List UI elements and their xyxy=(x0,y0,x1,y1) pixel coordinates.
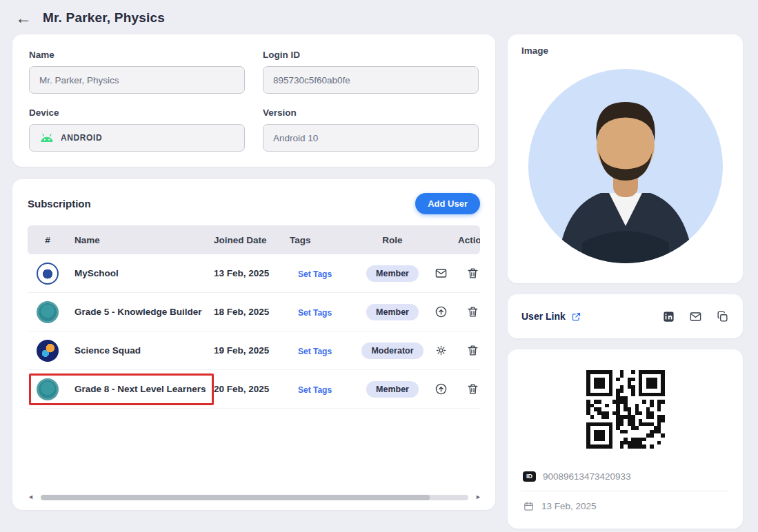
user-id-row: ID 90089613473420933 xyxy=(521,462,729,491)
android-icon xyxy=(39,133,54,143)
subscription-card: Subscription Add User # Name Joined Date… xyxy=(12,179,495,510)
login-id-label: Login ID xyxy=(263,50,479,60)
group-name: Grade 8 - Next Level Learners xyxy=(68,384,214,394)
joined-date: 20 Feb, 2025 xyxy=(214,384,290,394)
joined-date: 19 Feb, 2025 xyxy=(214,345,290,356)
set-tags-link[interactable]: Set Tags xyxy=(290,347,332,356)
device-field: Device ANDROID xyxy=(29,108,245,152)
mail-icon[interactable] xyxy=(435,267,448,280)
table-row[interactable]: Grade 5 - Knowledge Builder 18 Feb, 2025… xyxy=(28,293,480,331)
role-badge: Member xyxy=(366,304,419,320)
linkedin-icon[interactable] xyxy=(662,310,675,323)
joined-date-value: 13 Feb, 2025 xyxy=(541,501,597,511)
set-tags-link[interactable]: Set Tags xyxy=(290,385,332,395)
group-avatar-grade8 xyxy=(37,378,59,400)
email-icon[interactable] xyxy=(689,310,702,323)
column-joined-date: Joined Date xyxy=(214,235,290,245)
id-badge-icon: ID xyxy=(523,471,536,482)
column-role: Role xyxy=(355,235,430,245)
image-card: Image xyxy=(508,34,743,283)
delete-icon[interactable] xyxy=(466,344,480,358)
set-tags-link[interactable]: Set Tags xyxy=(290,308,332,318)
joined-date: 18 Feb, 2025 xyxy=(214,307,290,317)
column-name: Name xyxy=(68,235,214,245)
column-index: # xyxy=(28,235,68,245)
group-avatar-grade5 xyxy=(37,301,59,323)
page-header: ← Mr. Parker, Physics xyxy=(0,0,758,33)
joined-date-row: 13 Feb, 2025 xyxy=(521,491,729,521)
delete-icon[interactable] xyxy=(466,267,480,280)
external-link-icon[interactable] xyxy=(571,311,581,322)
upload-circle-icon[interactable] xyxy=(435,382,448,396)
user-photo xyxy=(522,63,729,269)
scroll-right-icon[interactable]: ► xyxy=(475,494,481,500)
delete-icon[interactable] xyxy=(466,382,480,396)
settings-gear-icon[interactable] xyxy=(435,344,448,358)
version-input[interactable] xyxy=(263,124,479,152)
group-avatar-myschool xyxy=(37,263,59,285)
role-badge: Moderator xyxy=(361,342,423,359)
table-row-highlighted[interactable]: Grade 8 - Next Level Learners 20 Feb, 20… xyxy=(28,370,480,409)
group-name: Grade 5 - Knowledge Builder xyxy=(68,307,214,317)
horizontal-scrollbar: ◄ ► xyxy=(28,494,481,500)
set-tags-link[interactable]: Set Tags xyxy=(290,269,332,279)
user-link-card: User Link xyxy=(508,294,743,338)
scrollbar-thumb[interactable] xyxy=(41,495,430,500)
device-label: Device xyxy=(29,108,245,118)
user-link-label: User Link xyxy=(521,311,566,322)
calendar-icon xyxy=(523,500,535,512)
upload-circle-icon[interactable] xyxy=(435,305,448,319)
table-row[interactable]: Science Squad 19 Feb, 2025 Set Tags Mode… xyxy=(28,331,480,370)
name-label: Name xyxy=(29,50,245,60)
add-user-button[interactable]: Add User xyxy=(415,193,480,214)
group-avatar-science-squad xyxy=(37,340,59,362)
scrollbar-track[interactable] xyxy=(41,495,468,500)
qr-code xyxy=(581,365,670,454)
version-field: Version xyxy=(263,108,479,152)
column-actions: Actions xyxy=(430,235,480,245)
name-field: Name xyxy=(29,50,245,94)
table-row[interactable]: MySchool 13 Feb, 2025 Set Tags Member xyxy=(28,254,480,293)
group-name: MySchool xyxy=(68,268,214,278)
column-tags: Tags xyxy=(290,235,355,245)
subscription-title: Subscription xyxy=(28,198,91,209)
version-label: Version xyxy=(263,108,479,118)
scroll-left-icon[interactable]: ◄ xyxy=(28,494,34,500)
user-id-value: 90089613473420933 xyxy=(543,471,631,482)
login-id-field: Login ID xyxy=(263,50,479,94)
role-badge: Member xyxy=(366,265,419,282)
copy-icon[interactable] xyxy=(716,310,729,323)
group-name: Science Squad xyxy=(68,345,214,356)
profile-card: Name Login ID Device ANDROID Version xyxy=(12,34,495,167)
device-value: ANDROID xyxy=(61,133,102,143)
name-input[interactable] xyxy=(29,66,245,94)
table-header: # Name Joined Date Tags Role Actions xyxy=(28,225,480,254)
role-badge: Member xyxy=(366,381,419,398)
delete-icon[interactable] xyxy=(466,305,480,319)
back-arrow-icon[interactable]: ← xyxy=(15,10,32,26)
login-id-input[interactable] xyxy=(263,66,479,94)
joined-date: 13 Feb, 2025 xyxy=(214,268,290,278)
image-label: Image xyxy=(521,45,729,56)
qr-card: ID 90089613473420933 13 Feb, 2025 xyxy=(508,349,743,529)
device-input[interactable]: ANDROID xyxy=(29,124,245,152)
page-title: Mr. Parker, Physics xyxy=(43,10,165,25)
